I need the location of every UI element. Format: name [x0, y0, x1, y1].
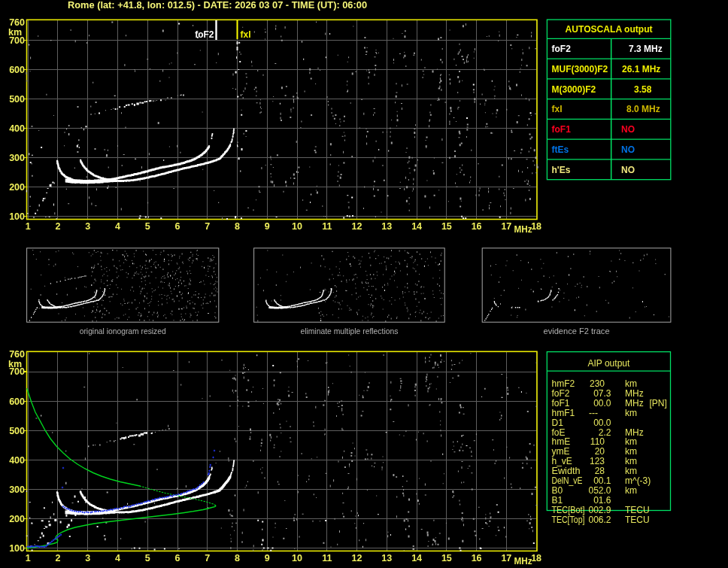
svg-text:h'Es: h'Es	[552, 165, 571, 175]
svg-text:14: 14	[411, 221, 422, 232]
svg-text:110: 110	[590, 436, 605, 447]
svg-text:foF2: foF2	[552, 388, 570, 399]
svg-text:7: 7	[205, 221, 210, 232]
svg-text:10: 10	[292, 221, 302, 232]
svg-text:ftEs: ftEs	[552, 144, 569, 155]
svg-text:original ionogram resized: original ionogram resized	[80, 327, 166, 336]
svg-text:Ewidth: Ewidth	[552, 466, 581, 476]
svg-text:9: 9	[265, 553, 270, 563]
svg-text:h_vE: h_vE	[552, 456, 572, 466]
svg-text:6: 6	[175, 553, 180, 563]
svg-text:MUF(3000)F2: MUF(3000)F2	[552, 64, 608, 74]
svg-text:M(3000)F2: M(3000)F2	[552, 84, 596, 95]
svg-text:300: 300	[9, 153, 25, 163]
svg-text:07.3: 07.3	[593, 388, 611, 399]
svg-text:m^(-3): m^(-3)	[625, 475, 651, 486]
svg-text:123: 123	[590, 456, 605, 466]
svg-text:100: 100	[9, 211, 25, 222]
svg-text:20: 20	[595, 446, 605, 457]
svg-text:01.6: 01.6	[593, 495, 611, 506]
svg-text:15: 15	[441, 221, 452, 232]
svg-text:B1: B1	[552, 495, 563, 506]
svg-text:foF2: foF2	[195, 29, 214, 40]
svg-text:052.0: 052.0	[588, 485, 611, 496]
svg-text:NO: NO	[621, 165, 635, 175]
svg-text:5: 5	[145, 553, 150, 563]
svg-text:13: 13	[381, 553, 392, 563]
svg-text:9: 9	[265, 221, 270, 232]
svg-text:fxI: fxI	[241, 29, 251, 40]
svg-text:18: 18	[531, 553, 541, 563]
svg-text:km: km	[625, 378, 637, 389]
svg-text:2: 2	[55, 221, 60, 232]
svg-text:foF1: foF1	[552, 398, 570, 409]
svg-text:fxI: fxI	[552, 104, 563, 114]
svg-text:1: 1	[26, 553, 31, 563]
svg-text:6: 6	[175, 221, 180, 232]
svg-text:NO: NO	[621, 144, 635, 155]
svg-text:foF2: foF2	[552, 44, 572, 54]
svg-text:230: 230	[590, 378, 605, 389]
svg-text:700: 700	[9, 366, 25, 377]
svg-text:11: 11	[322, 221, 332, 232]
svg-text:DelN_vE: DelN_vE	[552, 475, 583, 486]
svg-text:km: km	[625, 466, 637, 476]
svg-text:11: 11	[322, 553, 332, 563]
svg-text:hmE: hmE	[552, 436, 571, 447]
svg-text:2.2: 2.2	[599, 427, 611, 438]
svg-text:00.1: 00.1	[593, 475, 611, 486]
svg-text:4: 4	[115, 221, 120, 232]
svg-text:evidence F2 trace: evidence F2 trace	[544, 327, 610, 336]
svg-text:TECU: TECU	[625, 515, 650, 525]
svg-text:TECU: TECU	[625, 505, 650, 515]
svg-text:200: 200	[9, 182, 25, 193]
svg-text:MHz: MHz	[514, 224, 532, 235]
svg-text:17: 17	[501, 221, 511, 232]
svg-text:100: 100	[9, 543, 25, 554]
svg-text:foE: foE	[552, 427, 566, 438]
svg-text:200: 200	[9, 514, 25, 524]
svg-text:MHz: MHz	[625, 427, 644, 438]
svg-text:MHz: MHz	[625, 398, 644, 409]
svg-text:14: 14	[411, 553, 422, 563]
svg-text:3: 3	[85, 221, 90, 232]
svg-text:TEC[Bot]: TEC[Bot]	[552, 505, 585, 515]
svg-text:400: 400	[9, 455, 25, 466]
svg-text:760: 760	[9, 349, 25, 360]
svg-text:13: 13	[381, 221, 392, 232]
svg-text:1: 1	[26, 221, 31, 232]
svg-text:12: 12	[352, 221, 362, 232]
svg-text:18: 18	[531, 221, 541, 232]
svg-text:ymE: ymE	[552, 446, 570, 457]
svg-text:006.2: 006.2	[588, 515, 611, 525]
svg-text:700: 700	[9, 35, 25, 46]
svg-text:8: 8	[235, 221, 240, 232]
svg-text:B0: B0	[552, 485, 563, 496]
svg-text:28: 28	[595, 466, 605, 476]
svg-text:300: 300	[9, 484, 25, 495]
svg-text:MHz: MHz	[514, 556, 532, 566]
svg-text:eliminate multiple reflections: eliminate multiple reflections	[300, 327, 398, 336]
svg-text:4: 4	[115, 553, 120, 563]
svg-text:km: km	[625, 456, 637, 466]
svg-text:16: 16	[472, 553, 482, 563]
svg-text:7.3 MHz: 7.3 MHz	[629, 44, 663, 54]
svg-text:600: 600	[9, 396, 25, 407]
svg-text:760: 760	[9, 17, 25, 28]
svg-text:7: 7	[205, 553, 210, 563]
svg-text:NO: NO	[621, 124, 635, 135]
svg-text:hmF2: hmF2	[552, 378, 575, 389]
svg-text:foF1: foF1	[552, 124, 572, 135]
svg-text:2: 2	[55, 553, 60, 563]
svg-text:km: km	[625, 408, 637, 418]
svg-text:3: 3	[85, 553, 90, 563]
svg-text:15: 15	[441, 553, 452, 563]
svg-text:400: 400	[9, 123, 25, 134]
svg-text:D1: D1	[552, 418, 564, 428]
svg-text:hmF1: hmF1	[552, 408, 575, 418]
svg-text:10: 10	[292, 553, 302, 563]
svg-text:8.0 MHz: 8.0 MHz	[626, 104, 660, 114]
svg-text:00.0: 00.0	[593, 398, 611, 409]
svg-text:3.58: 3.58	[634, 84, 652, 95]
svg-text:16: 16	[472, 221, 482, 232]
